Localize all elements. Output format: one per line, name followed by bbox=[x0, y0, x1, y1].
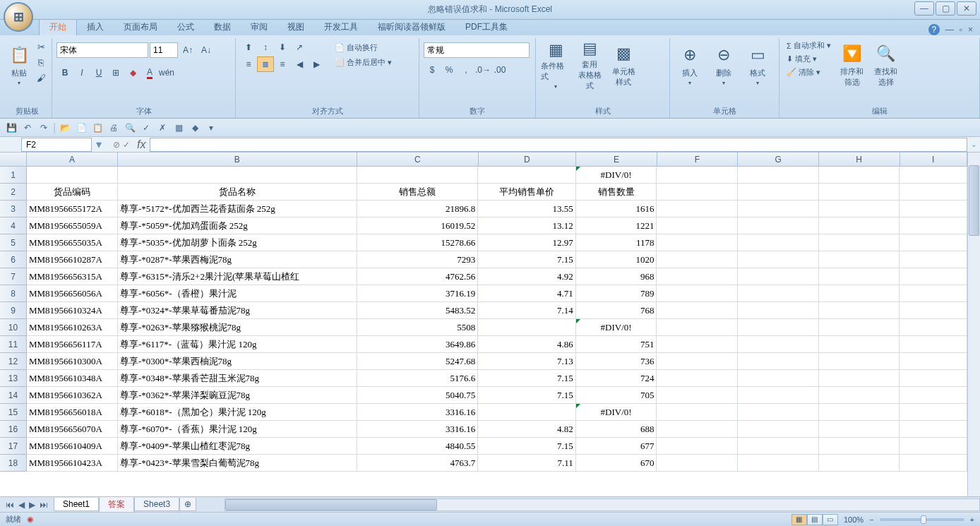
cell[interactable]: 724 bbox=[576, 370, 657, 387]
row-header[interactable]: 5 bbox=[0, 234, 27, 251]
cell[interactable]: 7.15 bbox=[478, 438, 575, 455]
cell[interactable] bbox=[657, 234, 738, 251]
macro-record-icon[interactable]: ◉ bbox=[27, 515, 34, 524]
cell[interactable] bbox=[657, 404, 738, 421]
cell[interactable] bbox=[738, 370, 819, 387]
underline-button[interactable]: U bbox=[90, 65, 107, 80]
cell[interactable]: 751 bbox=[576, 336, 657, 353]
cell[interactable] bbox=[738, 353, 819, 370]
cell[interactable]: 1616 bbox=[576, 201, 657, 217]
cell[interactable]: 尊享-*5172*-优加西兰花香菇面条 252g bbox=[118, 201, 357, 217]
cell[interactable]: 736 bbox=[576, 353, 657, 370]
tab-nav-next-icon[interactable]: ▶ bbox=[28, 500, 37, 510]
cell[interactable]: 尊享-*0423*-苹果雪梨白葡萄泥78g bbox=[118, 455, 357, 472]
confirm-edit-icon[interactable]: ✓ bbox=[123, 140, 130, 150]
cell[interactable]: 尊享-*0287*-苹果西梅泥78g bbox=[118, 251, 357, 268]
doc-restore-button[interactable]: ▫ bbox=[960, 25, 962, 35]
paste-button[interactable]: 📋 粘贴 ▾ bbox=[7, 40, 31, 90]
help-icon[interactable]: ? bbox=[928, 24, 940, 35]
zoom-out-icon[interactable]: − bbox=[869, 515, 873, 524]
cell[interactable] bbox=[738, 455, 819, 472]
cell[interactable] bbox=[738, 201, 819, 217]
cell[interactable] bbox=[819, 370, 900, 387]
cell[interactable] bbox=[900, 455, 967, 472]
row-header[interactable]: 15 bbox=[0, 404, 27, 421]
tab-nav-last-icon[interactable]: ⏭ bbox=[38, 500, 49, 510]
doc-close-button[interactable]: × bbox=[968, 25, 973, 35]
cell[interactable] bbox=[819, 455, 900, 472]
ribbon-minimize-button[interactable]: — bbox=[945, 25, 954, 35]
tab-nav-prev-icon[interactable]: ◀ bbox=[17, 500, 26, 510]
cell[interactable] bbox=[900, 302, 967, 319]
col-header-d[interactable]: D bbox=[479, 153, 576, 167]
cell[interactable]: MM81956610362A bbox=[27, 387, 118, 404]
formula-bar-expand-icon[interactable]: ⌄ bbox=[967, 141, 980, 148]
percent-icon[interactable]: % bbox=[441, 62, 458, 78]
office-button[interactable]: ⊞ bbox=[4, 2, 33, 32]
cell[interactable] bbox=[657, 353, 738, 370]
cell[interactable]: MM81956610263A bbox=[27, 319, 118, 336]
cell[interactable]: #DIV/0! bbox=[576, 404, 657, 421]
cell[interactable]: 12.97 bbox=[478, 234, 575, 251]
fill-button[interactable]: ⬇ 填充 ▾ bbox=[784, 53, 834, 65]
cell[interactable]: 货品编码 bbox=[27, 184, 118, 201]
cell[interactable]: 5247.68 bbox=[357, 353, 479, 370]
cell[interactable] bbox=[657, 184, 738, 201]
cell[interactable] bbox=[738, 421, 819, 438]
cell[interactable] bbox=[478, 167, 575, 184]
col-header-h[interactable]: H bbox=[819, 153, 900, 167]
cell[interactable]: 3716.19 bbox=[357, 285, 479, 302]
table-format-button[interactable]: ▤套用 表格格式 bbox=[574, 40, 605, 90]
cell[interactable]: MM81956655172A bbox=[27, 201, 118, 217]
cell[interactable] bbox=[738, 285, 819, 302]
cell[interactable] bbox=[900, 421, 967, 438]
cell[interactable] bbox=[738, 234, 819, 251]
fx-icon[interactable]: fx bbox=[137, 138, 150, 151]
cell[interactable]: 尊享-*0263*-苹果猕猴桃泥78g bbox=[118, 319, 357, 336]
cell[interactable]: 尊享-*0409*-苹果山楂红枣泥78g bbox=[118, 438, 357, 455]
copy-icon[interactable]: ⎘ bbox=[34, 55, 48, 69]
cell[interactable] bbox=[657, 167, 738, 184]
cell[interactable] bbox=[27, 167, 118, 184]
cell[interactable]: 5508 bbox=[357, 319, 479, 336]
cell[interactable] bbox=[900, 217, 967, 234]
qa-redo-icon[interactable]: ↷ bbox=[37, 121, 51, 135]
select-all-button[interactable] bbox=[0, 153, 27, 167]
cell[interactable] bbox=[478, 319, 575, 336]
view-normal-icon[interactable]: ▦ bbox=[791, 514, 807, 525]
cell[interactable]: 3316.16 bbox=[357, 421, 479, 438]
cell[interactable] bbox=[819, 285, 900, 302]
tab-formulas[interactable]: 公式 bbox=[167, 19, 204, 35]
number-format-select[interactable] bbox=[424, 42, 530, 58]
cell[interactable]: 尊享-*0324*-苹果草莓番茄泥78g bbox=[118, 302, 357, 319]
row-header[interactable]: 4 bbox=[0, 217, 27, 234]
cell[interactable] bbox=[819, 353, 900, 370]
cell[interactable]: 705 bbox=[576, 387, 657, 404]
cell[interactable] bbox=[819, 302, 900, 319]
qa-check-icon[interactable]: ✓ bbox=[139, 121, 153, 135]
cancel-edit-icon[interactable]: ⊘ bbox=[113, 140, 120, 150]
row-header[interactable]: 3 bbox=[0, 201, 27, 217]
row-header[interactable]: 2 bbox=[0, 184, 27, 201]
cell[interactable] bbox=[900, 336, 967, 353]
tab-nav-first-icon[interactable]: ⏮ bbox=[4, 500, 16, 510]
cell[interactable]: MM81956610287A bbox=[27, 251, 118, 268]
qa-table-icon[interactable]: ▦ bbox=[172, 121, 186, 135]
cell[interactable]: 7.13 bbox=[478, 353, 575, 370]
indent-decrease-icon[interactable]: ◀ bbox=[291, 56, 308, 72]
cell[interactable]: 尊享-*0300*-苹果西柚泥78g bbox=[118, 353, 357, 370]
view-page-layout-icon[interactable]: ▤ bbox=[807, 514, 823, 525]
cell[interactable]: MM81956656056A bbox=[27, 285, 118, 302]
col-header-e[interactable]: E bbox=[576, 153, 657, 167]
cell[interactable] bbox=[738, 302, 819, 319]
row-header[interactable]: 10 bbox=[0, 319, 27, 336]
cell[interactable] bbox=[819, 319, 900, 336]
col-header-i[interactable]: I bbox=[900, 153, 968, 167]
cell[interactable]: 尊享-*5059*-优加鸡蛋面条 252g bbox=[118, 217, 357, 234]
sheet-tab-sheet3[interactable]: Sheet3 bbox=[134, 498, 179, 511]
phonetic-button[interactable]: wén bbox=[158, 65, 175, 80]
qa-dropdown-icon[interactable]: ▾ bbox=[204, 121, 218, 135]
cell[interactable] bbox=[738, 387, 819, 404]
cell[interactable] bbox=[738, 336, 819, 353]
qa-misc-icon[interactable]: ◆ bbox=[188, 121, 202, 135]
